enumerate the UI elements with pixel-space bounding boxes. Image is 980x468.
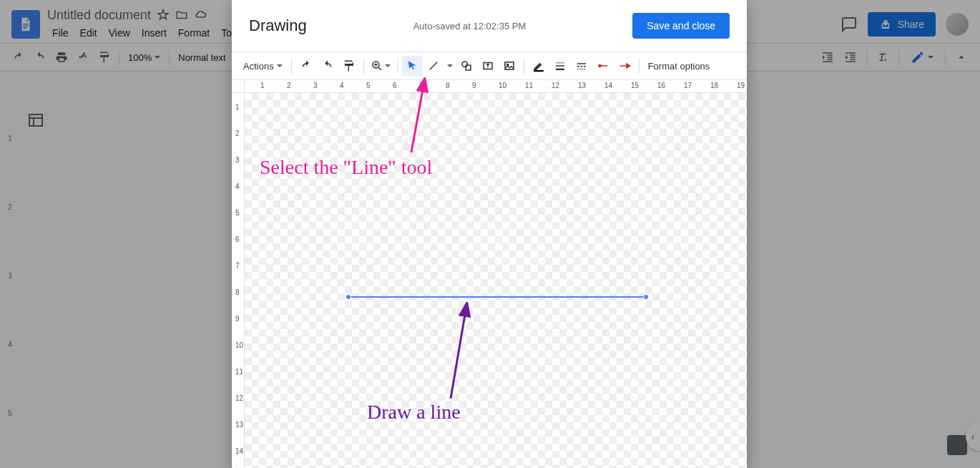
comments-button[interactable]: [841, 16, 858, 33]
menu-file[interactable]: File: [47, 24, 74, 42]
share-button[interactable]: Share: [868, 12, 936, 36]
svg-rect-25: [580, 66, 582, 67]
svg-point-32: [599, 65, 601, 67]
svg-rect-4: [29, 114, 42, 126]
print-button[interactable]: [52, 47, 72, 67]
doc-title[interactable]: Untitled document: [47, 8, 151, 23]
svg-rect-17: [505, 62, 514, 70]
svg-rect-26: [584, 66, 586, 67]
line-start-button[interactable]: [593, 56, 613, 76]
editing-mode-button[interactable]: [905, 47, 939, 67]
clear-formatting-button[interactable]: [873, 47, 893, 67]
menu-view[interactable]: View: [104, 24, 135, 42]
avatar[interactable]: [946, 13, 969, 36]
drawing-toolbar: Actions Format options: [232, 52, 747, 80]
svg-rect-19: [534, 70, 544, 72]
share-label: Share: [898, 19, 924, 30]
svg-rect-1: [23, 26, 28, 26]
docs-logo[interactable]: [11, 10, 40, 39]
svg-rect-28: [579, 69, 581, 70]
outline-button[interactable]: [27, 112, 44, 129]
svg-rect-0: [23, 24, 28, 24]
menu-format[interactable]: Format: [173, 24, 215, 42]
shape-tool[interactable]: [456, 56, 476, 76]
format-options-button[interactable]: Format options: [644, 61, 715, 72]
svg-line-11: [429, 62, 437, 70]
drawing-canvas[interactable]: [245, 93, 747, 468]
vertical-ruler: 12345: [4, 99, 16, 468]
svg-line-8: [378, 67, 381, 70]
svg-rect-27: [577, 69, 579, 70]
line-tool[interactable]: [423, 56, 444, 76]
zoom-select[interactable]: 100%: [124, 52, 165, 63]
image-tool[interactable]: [499, 56, 519, 76]
paint-format-button[interactable]: [339, 56, 359, 76]
select-tool[interactable]: [402, 56, 422, 76]
horizontal-ruler: 12345678910111213141516171819: [245, 80, 747, 92]
undo-button[interactable]: [9, 47, 29, 67]
line-dash-button[interactable]: [572, 56, 592, 76]
svg-point-12: [462, 62, 468, 67]
svg-rect-29: [582, 69, 583, 70]
menu-insert[interactable]: Insert: [137, 24, 172, 42]
indent-decrease-button[interactable]: [818, 47, 838, 67]
line-end-button[interactable]: [614, 56, 634, 76]
undo-button[interactable]: [296, 56, 316, 76]
save-close-button[interactable]: Save and close: [632, 13, 730, 39]
line-color-button[interactable]: [529, 56, 549, 76]
explore-button[interactable]: [947, 435, 967, 455]
line-weight-button[interactable]: [550, 56, 570, 76]
line-dropdown[interactable]: [445, 56, 455, 76]
indent-increase-button[interactable]: [841, 47, 861, 67]
actions-menu[interactable]: Actions: [239, 61, 287, 72]
svg-rect-21: [556, 65, 564, 67]
svg-rect-2: [23, 28, 26, 29]
autosave-status: Auto-saved at 12:02:35 PM: [307, 21, 633, 31]
spellcheck-button[interactable]: [73, 47, 93, 67]
paint-format-button[interactable]: [94, 47, 114, 67]
star-icon[interactable]: [157, 9, 170, 21]
redo-button[interactable]: [318, 56, 338, 76]
drawing-dialog: Drawing Auto-saved at 12:02:35 PM Save a…: [232, 0, 747, 468]
menu-edit[interactable]: Edit: [75, 24, 102, 42]
style-select[interactable]: Normal text: [174, 52, 230, 63]
move-icon[interactable]: [175, 9, 188, 21]
zoom-button[interactable]: [368, 56, 393, 76]
svg-rect-30: [584, 69, 585, 70]
collapse-button[interactable]: [951, 47, 971, 67]
line-handle-left[interactable]: [346, 294, 351, 300]
cloud-icon[interactable]: [194, 9, 207, 21]
vertical-ruler: 1234567891011121314: [232, 93, 245, 468]
drawn-line[interactable]: [348, 296, 646, 298]
svg-rect-23: [577, 63, 586, 64]
line-handle-right[interactable]: [643, 294, 649, 300]
dialog-title: Drawing: [249, 16, 307, 35]
svg-rect-22: [556, 69, 564, 70]
redo-button[interactable]: [30, 47, 50, 67]
textbox-tool[interactable]: [478, 56, 498, 76]
svg-rect-20: [556, 63, 564, 64]
svg-rect-24: [577, 66, 579, 67]
